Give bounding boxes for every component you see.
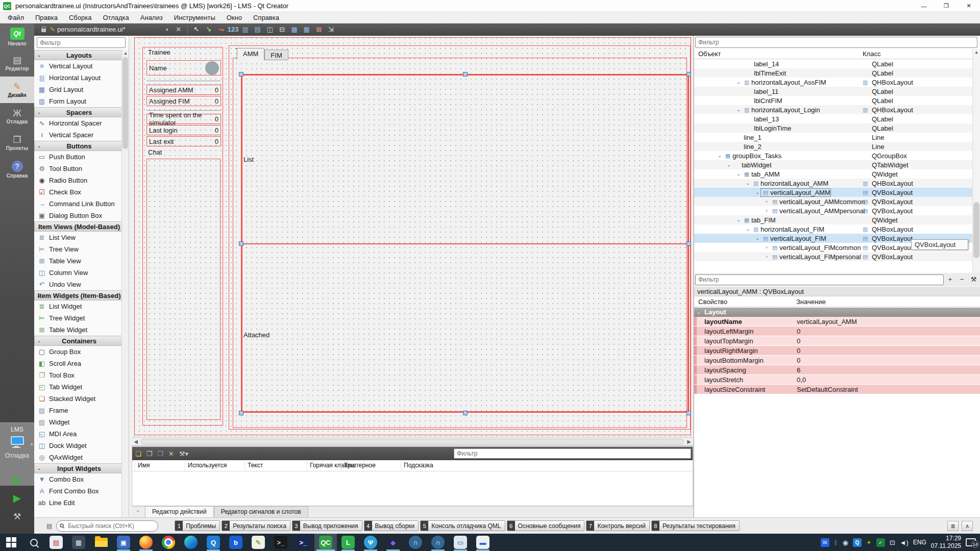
info-row[interactable]: Time spent on the simulator 0	[146, 114, 221, 124]
object-tree-row[interactable]: › ▤ verticalLayout_AMMpersonal ▤ QVBoxLa…	[694, 206, 972, 215]
output-pane-button[interactable]: 8 Результаты тестирования	[651, 520, 740, 531]
widgetbox-item[interactable]: ▨ Frame	[34, 405, 122, 416]
terminal-icon[interactable]: >_	[270, 534, 292, 551]
mode-help[interactable]: ? Справка	[0, 156, 34, 183]
steam-icon[interactable]: ◉	[842, 539, 848, 546]
output-pane-button[interactable]: 7 Контроль версий	[586, 520, 649, 531]
tree-expander-icon[interactable]: ⌄	[725, 162, 732, 167]
widgetbox-item[interactable]: ⌄ Spacers	[34, 107, 122, 117]
object-tree-row[interactable]: label_13 QLabel	[694, 114, 972, 123]
chrome-icon[interactable]	[157, 534, 180, 551]
property-row[interactable]: layoutSizeConstraint SetDefaultConstrain…	[694, 385, 980, 394]
layout-horizontally-icon[interactable]: ▥	[239, 24, 252, 35]
attached-label[interactable]: Attached	[243, 331, 270, 339]
widgetbox-item[interactable]: A Font Combo Box	[34, 485, 122, 497]
layout-horizontal-splitter-icon[interactable]: ◫	[264, 24, 276, 35]
output-pane-button[interactable]: 5 Консоль отладчика QML	[420, 520, 505, 531]
form-design-canvas[interactable]: Trainee Name Assigned AMM 0 Assigned FIM…	[132, 36, 693, 437]
remote-desktop-icon[interactable]: ▭	[449, 534, 472, 551]
mode-welcome[interactable]: Qt Начало	[0, 23, 34, 50]
adjust-size-icon[interactable]: ⇲	[325, 24, 337, 35]
property-row[interactable]: layoutTopMargin 0	[694, 336, 980, 346]
property-row[interactable]: layoutName verticalLayout_AMM	[694, 317, 980, 327]
widgetbox-item[interactable]: ◱ MDI Area	[34, 428, 122, 440]
tasks-group-box[interactable]: Tasks AMMFIM List Attached	[229, 45, 691, 430]
object-tree-row[interactable]: ⌄ ▦ tab_FIM QWidget	[694, 215, 972, 224]
object-tree-row[interactable]: ⌄ ▥ horizontalLayout_FIM ▥ QHBoxLayout	[694, 224, 972, 234]
bluemail-app-icon[interactable]: b	[225, 534, 247, 551]
selection-handle[interactable]	[239, 241, 243, 246]
property-value[interactable]: verticalLayout_AMM	[793, 318, 857, 325]
object-tree-row[interactable]: ⌄ ▥ horizontalLayout_AMM ▥ QHBoxLayout	[694, 179, 972, 188]
object-filter-input[interactable]	[695, 37, 977, 48]
trainee-group-box[interactable]: Trainee Name Assigned AMM 0 Assigned FIM…	[142, 47, 223, 425]
widgetbox-item[interactable]: ◎ QAxWidget	[34, 452, 122, 463]
lms-app-icon[interactable]: L	[337, 534, 359, 551]
widgetbox-item[interactable]: ▦ Grid Layout	[34, 84, 122, 95]
obsidian-icon[interactable]: ◆	[382, 534, 404, 551]
menu-item[interactable]: Файл	[2, 13, 30, 22]
import-action-icon[interactable]: ❒	[157, 450, 163, 458]
collapse-panel-icon[interactable]: ∧	[962, 521, 973, 531]
layout-grid-icon[interactable]: ▦	[301, 24, 313, 35]
menu-item[interactable]: Правка	[30, 13, 63, 22]
mode-edit[interactable]: ▤ Редактор	[0, 50, 34, 77]
property-row[interactable]: layoutSpacing 6	[694, 365, 980, 375]
selection-handle[interactable]	[239, 72, 243, 77]
ethernet-icon[interactable]: ⊡	[890, 539, 895, 546]
property-value[interactable]: 6	[793, 366, 800, 374]
anydesk-tray-icon[interactable]: Q	[853, 538, 862, 547]
list-label[interactable]: List	[243, 156, 254, 163]
widgetbox-item[interactable]: ≣ List Widget	[34, 300, 122, 312]
action-column-header[interactable]: Используется	[185, 462, 227, 470]
object-tree-row[interactable]: label_14 QLabel	[694, 59, 972, 68]
widgetbox-filter-input[interactable]	[37, 37, 126, 48]
chat-area[interactable]	[146, 159, 220, 420]
value-column-header[interactable]: Значение	[796, 298, 826, 306]
property-value[interactable]: 0	[793, 337, 800, 345]
avatar-placeholder[interactable]	[205, 61, 219, 75]
widgetbox-item[interactable]: ▥ Form Layout	[34, 95, 122, 107]
backup-app-icon[interactable]: ▣	[112, 534, 135, 551]
app-window-icon[interactable]: ▬	[472, 534, 494, 551]
postgresql-icon[interactable]: ∩	[404, 534, 427, 551]
menu-item[interactable]: Окно	[221, 13, 248, 22]
tree-expander-icon[interactable]: ⌄	[744, 181, 751, 186]
property-row[interactable]: layoutLeftMargin 0	[694, 327, 980, 336]
mail-tray-icon[interactable]: ✉	[821, 538, 829, 547]
action-column-header[interactable]: Имя	[135, 462, 150, 470]
open-document-selector[interactable]: personalcardtrainee.ui*	[57, 26, 162, 33]
object-tree-row[interactable]: line_2 Line	[694, 142, 972, 151]
tree-expander-icon[interactable]: ⌄	[735, 171, 742, 177]
widgetbox-item[interactable]: ▨ Widget	[34, 416, 122, 428]
property-value[interactable]: 0,0	[793, 376, 806, 384]
edit-signals-slots-icon[interactable]: ↘	[203, 24, 215, 35]
layout-vertically-icon[interactable]: ▤	[252, 24, 264, 35]
selection-handle[interactable]	[687, 72, 691, 77]
property-row[interactable]: layoutBottomMargin 0	[694, 356, 980, 365]
mode-design[interactable]: ✎ Дизайн	[0, 77, 34, 103]
widgetbox-item[interactable]: ❐ Tool Box	[34, 369, 122, 381]
scrollbar-thumb[interactable]	[122, 57, 128, 149]
widgetbox-item[interactable]: ◉ Radio Button	[34, 174, 122, 186]
widgetbox-item[interactable]: ||| Horizontal Layout	[34, 72, 122, 84]
widgetbox-item[interactable]: ⌄ Containers	[34, 336, 122, 346]
property-value[interactable]: 0	[793, 347, 800, 355]
scroll-up-icon[interactable]: ▲	[122, 50, 129, 57]
line-separator[interactable]	[146, 81, 221, 81]
canvas-horizontal-scrollbar[interactable]: ◀ ▶	[132, 437, 693, 445]
widgetbox-item[interactable]: ∿ Horizontal Spacer	[34, 117, 122, 129]
break-layout-icon[interactable]: ⊠	[313, 24, 325, 35]
object-tree-row[interactable]: lblLoginTime QLabel	[694, 123, 972, 133]
build-button[interactable]: ⚒	[0, 508, 34, 524]
mode-debug[interactable]: Ж Отладка	[0, 103, 34, 130]
output-pane-button[interactable]: 4 Вывод сборки	[364, 520, 419, 531]
widgetbox-item[interactable]: ⌄ Input Widgets	[34, 463, 122, 473]
edit-tab-order-icon[interactable]: 123	[227, 24, 239, 35]
class-column-header[interactable]: Класс	[863, 50, 880, 58]
duplicate-action-icon[interactable]: ❐	[146, 450, 153, 458]
start-button[interactable]	[0, 534, 22, 551]
action-column-header[interactable]: Текст	[244, 462, 263, 470]
mode-projects[interactable]: ❐ Проекты	[0, 130, 34, 156]
firefox-icon[interactable]	[135, 534, 157, 551]
